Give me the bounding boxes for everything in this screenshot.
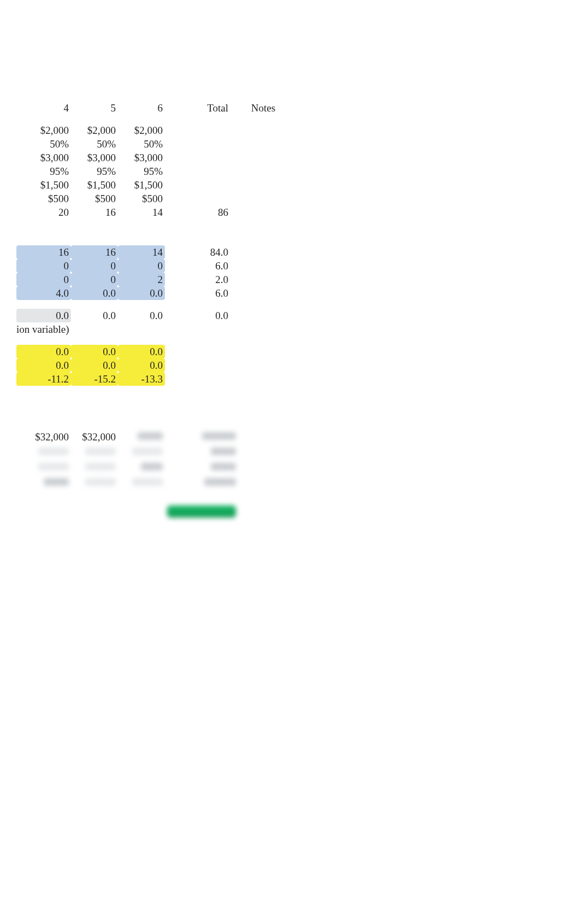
cell: $1,500 (16, 178, 71, 192)
cell-highlight-blue: 0 (71, 273, 118, 286)
cell-total: 6.0 (165, 259, 230, 273)
cell: 0.0 (118, 309, 165, 322)
label-row: ion variable) (16, 322, 296, 336)
cell-total: 6.0 (165, 286, 230, 300)
lower-table: $32,000 $32,000 (16, 428, 304, 519)
cell: $3,000 (118, 151, 165, 164)
blurred-cell (165, 459, 238, 474)
blurred-cell (118, 444, 165, 459)
cell: $1,500 (118, 178, 165, 192)
blurred-cell (71, 474, 118, 490)
table-row: $32,000 $32,000 (16, 428, 304, 444)
cell: 0.0 (71, 309, 118, 322)
cell: 16 (71, 205, 118, 219)
cell-highlight-blue: 0 (71, 259, 118, 273)
cell-total: 2.0 (165, 273, 230, 286)
col-header-5: 5 (71, 101, 118, 115)
cell: 50% (16, 137, 71, 151)
cell: $500 (71, 192, 118, 205)
col-header-notes: Notes (230, 101, 296, 115)
blurred-cell (118, 474, 165, 490)
header-row: 4 5 6 Total Notes (16, 101, 296, 115)
table-row: 20 16 14 86 (16, 205, 296, 219)
table-row: $1,500 $1,500 $1,500 (16, 178, 296, 192)
cell: $3,000 (71, 151, 118, 164)
blurred-button-cell (165, 490, 238, 519)
cell-highlight-yellow: -15.2 (71, 372, 118, 386)
table-row (16, 459, 304, 474)
cell: $1,500 (71, 178, 118, 192)
cell: $32,000 (71, 428, 118, 444)
col-header-6: 6 (118, 101, 165, 115)
blurred-cell (165, 428, 238, 444)
blurred-cell (71, 459, 118, 474)
blurred-cell (165, 474, 238, 490)
cell: $500 (118, 192, 165, 205)
table-row: 0 0 2 2.0 (16, 273, 296, 286)
col-header-total: Total (165, 101, 230, 115)
cell-total: 86 (165, 205, 230, 219)
table-row: 95% 95% 95% (16, 164, 296, 178)
cell: $500 (16, 192, 71, 205)
table-row: $3,000 $3,000 $3,000 (16, 151, 296, 164)
table-row (16, 490, 304, 519)
table-row: 16 16 14 84.0 (16, 245, 296, 259)
cell-highlight-yellow: 0.0 (16, 358, 71, 372)
cell-highlight-yellow: 0.0 (118, 345, 165, 358)
table-row: 0.0 0.0 0.0 0.0 (16, 309, 296, 322)
cell: $32,000 (16, 428, 71, 444)
col-header-4: 4 (16, 101, 71, 115)
cell-highlight-yellow: 0.0 (71, 358, 118, 372)
cell-total: 0.0 (165, 309, 230, 322)
table-row: 4.0 0.0 0.0 6.0 (16, 286, 296, 300)
cell-highlight-blue: 14 (118, 245, 165, 259)
blurred-cell (16, 459, 71, 474)
cell-total: 84.0 (165, 245, 230, 259)
cell-highlight-blue: 0.0 (71, 286, 118, 300)
table-row: 0.0 0.0 0.0 (16, 345, 296, 358)
truncated-label: ion variable) (16, 322, 296, 336)
cell: $2,000 (16, 123, 71, 137)
cell-highlight-yellow: -11.2 (16, 372, 71, 386)
cell-highlight-yellow: -13.3 (118, 372, 165, 386)
table-row: $500 $500 $500 (16, 192, 296, 205)
cell-highlight-blue: 0 (16, 273, 71, 286)
cell: 95% (71, 164, 118, 178)
cell: 95% (118, 164, 165, 178)
cell-highlight-blue: 4.0 (16, 286, 71, 300)
blurred-cell (16, 474, 71, 490)
cell-highlight-yellow: 0.0 (118, 358, 165, 372)
cell: 95% (16, 164, 71, 178)
blurred-cell (165, 444, 238, 459)
blurred-cell (16, 444, 71, 459)
table-row: $2,000 $2,000 $2,000 (16, 123, 296, 137)
cell: 20 (16, 205, 71, 219)
table-row (16, 444, 304, 459)
action-button[interactable] (167, 505, 236, 517)
cell-highlight-yellow: 0.0 (71, 345, 118, 358)
cell: 14 (118, 205, 165, 219)
blurred-cell (118, 428, 165, 444)
cell: $3,000 (16, 151, 71, 164)
table-row: 0 0 0 6.0 (16, 259, 296, 273)
blurred-cell (71, 444, 118, 459)
cell: $2,000 (71, 123, 118, 137)
table-row: -11.2 -15.2 -13.3 (16, 372, 296, 386)
cell-highlight-yellow: 0.0 (16, 345, 71, 358)
cell: 50% (118, 137, 165, 151)
blurred-cell (118, 459, 165, 474)
cell-highlight-blue: 2 (118, 273, 165, 286)
cell-highlight-grey: 0.0 (16, 309, 71, 322)
cell: $2,000 (118, 123, 165, 137)
cell-highlight-blue: 0 (16, 259, 71, 273)
cell: 50% (71, 137, 118, 151)
cell-highlight-blue: 16 (16, 245, 71, 259)
spreadsheet-table: 4 5 6 Total Notes $2,000 $2,000 $2,000 5… (16, 101, 296, 386)
cell-highlight-blue: 0.0 (118, 286, 165, 300)
cell-highlight-blue: 0 (118, 259, 165, 273)
table-row: 0.0 0.0 0.0 (16, 358, 296, 372)
cell-highlight-blue: 16 (71, 245, 118, 259)
table-row: 50% 50% 50% (16, 137, 296, 151)
table-row (16, 474, 304, 490)
